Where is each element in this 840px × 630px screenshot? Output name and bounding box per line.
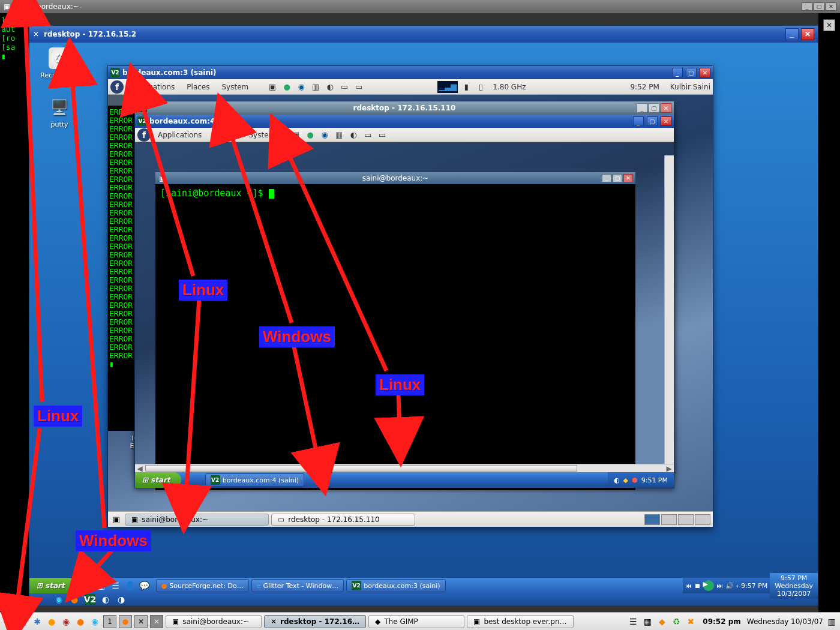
ql-icon[interactable]: 🖥 — [82, 580, 92, 591]
media-play-icon[interactable]: ▶ — [703, 580, 714, 591]
panel-icon[interactable]: ▥ — [333, 129, 345, 141]
fedora-icon[interactable]: f — [110, 80, 124, 94]
tray-icon[interactable]: ◆ — [623, 476, 628, 484]
ql-icon[interactable]: ☰ — [110, 580, 121, 591]
system-menu[interactable]: System — [217, 83, 253, 91]
taskbar-task[interactable]: e Glitter Text - Window… — [251, 579, 344, 592]
xp-desktop-1[interactable]: ♻ Recycle Bin 🖥️ putty V2 bordeaux.com:3… — [29, 43, 818, 578]
maximize-button[interactable]: ▢ — [647, 116, 658, 126]
ql-icon[interactable]: 👤 — [125, 580, 136, 591]
globe-icon[interactable]: ● — [281, 81, 293, 93]
panel-clock[interactable]: 9:52 PM — [630, 83, 659, 91]
launcher-icon[interactable]: ◉ — [89, 616, 101, 628]
taskbar-task[interactable]: V2 bordeaux.com:4 (saini) — [205, 473, 304, 487]
tray-icon[interactable]: ◐ — [100, 594, 111, 605]
browser-icon[interactable]: ◉ — [319, 129, 331, 141]
panel-user[interactable]: Kulbir Saini — [670, 83, 710, 91]
globe-icon[interactable]: ● — [304, 129, 316, 141]
workspace[interactable] — [695, 514, 710, 525]
vnc2-titlebar[interactable]: V2 bordeaux.com:4 (saini) _ ▢ ✕ — [135, 115, 674, 128]
tray-icon[interactable]: ⬢ — [632, 476, 638, 484]
close-button[interactable]: ✕ — [661, 103, 671, 113]
start-button[interactable]: ⊞ start — [29, 578, 76, 593]
media-prev-icon[interactable]: ⏮ — [685, 582, 692, 590]
browser-icon[interactable]: ◉ — [295, 81, 307, 93]
panel-icon[interactable]: ▣ — [290, 129, 302, 141]
panel-icon[interactable]: ▭ — [338, 81, 350, 93]
launcher-icon[interactable]: ● — [74, 616, 86, 628]
firefox-icon[interactable]: ● — [69, 594, 80, 605]
media-next-icon[interactable]: ⏭ — [716, 582, 723, 590]
panel-icon[interactable]: ◐ — [324, 81, 336, 93]
taskbar-task[interactable]: ▭ rdesktop - 172.16.15.110 — [271, 514, 415, 526]
minimize-button[interactable]: _ — [785, 28, 799, 40]
places-menu[interactable]: Places — [182, 83, 214, 91]
show-desktop-icon[interactable]: ▣ — [110, 514, 122, 526]
pager-x[interactable]: ✕ — [134, 615, 148, 628]
start-button[interactable]: ⊞ start — [135, 472, 181, 488]
pager-x[interactable]: ✕ — [150, 615, 163, 628]
pager-firefox[interactable]: ● — [119, 615, 132, 628]
tray-time[interactable]: 9:51 PM — [641, 476, 668, 484]
taskbar-task[interactable]: ● SourceForge.net: Do… — [156, 579, 249, 592]
media-stop-icon[interactable]: ⏹ — [694, 582, 701, 590]
rdesktop2-titlebar[interactable]: rdesktop - 172.16.15.110 _ ▢ ✕ — [135, 101, 674, 115]
workspace[interactable] — [661, 514, 677, 525]
putty-shortcut[interactable]: 🖥️ putty — [35, 97, 83, 128]
tray-icon[interactable]: ☰ — [627, 616, 639, 628]
tray-icon[interactable]: ♻ — [670, 616, 682, 628]
tray-icon[interactable]: ▦ — [641, 616, 653, 628]
launcher-icon[interactable]: ▣ — [17, 616, 29, 628]
tray-time[interactable]: 09:52 pm — [703, 617, 740, 626]
side-close-button[interactable]: ✕ — [823, 19, 835, 31]
inner-terminal-body[interactable]: [saini@bordeaux ~]$ — [155, 184, 635, 490]
tray-time[interactable]: 9:57 PM — [741, 582, 767, 590]
tray-icon[interactable]: ◉ — [53, 594, 64, 605]
applications-menu[interactable]: Applications — [153, 131, 206, 139]
panel-icon[interactable]: ▭ — [353, 81, 365, 93]
minimize-button[interactable]: _ — [633, 116, 644, 126]
cpu-graph-icon[interactable]: ▁▃▆ — [437, 81, 458, 93]
system-menu[interactable]: System — [244, 131, 280, 139]
tray-date[interactable]: Wednesday 10/03/07 — [747, 617, 823, 626]
tray-icon[interactable]: ✖ — [685, 616, 697, 628]
rdesktop1-titlebar[interactable]: ✕ rdesktop - 172.16.15.2 _ ✕ — [29, 26, 818, 43]
taskbar-task[interactable]: ▣ saini@bordeaux:~ — [125, 514, 269, 526]
launcher-icon[interactable]: ✸ — [2, 616, 14, 628]
maximize-button[interactable]: ▢ — [649, 103, 659, 113]
taskbar-task[interactable]: ✕ rdesktop - 172.16… — [264, 615, 366, 628]
pager[interactable]: 1 — [103, 615, 116, 628]
tray-icon[interactable]: ◐ — [614, 476, 620, 484]
outer-window-titlebar[interactable]: ▣ saini@bordeaux:~ _ ▢ ✕ — [0, 0, 840, 13]
ac-icon[interactable]: ▯ — [475, 81, 487, 93]
taskbar-task[interactable]: ▣ best desktop ever.pn… — [467, 615, 574, 628]
places-menu[interactable]: Places — [209, 131, 241, 139]
launcher-icon[interactable]: ● — [46, 616, 58, 628]
applications-menu[interactable]: Applications — [126, 83, 179, 91]
scroll-thumb[interactable] — [145, 465, 577, 472]
close-button[interactable]: ✕ — [623, 174, 633, 182]
tray-icon[interactable]: ◑ — [116, 594, 127, 605]
ql-icon[interactable]: 💬 — [139, 580, 150, 591]
inner-terminal-titlebar[interactable]: ▣ saini@bordeaux:~ _ ▢ ✕ — [155, 172, 635, 184]
fedora-icon[interactable]: f — [137, 128, 151, 142]
close-button[interactable]: ✕ — [801, 28, 814, 40]
panel-icon[interactable]: ▥ — [310, 81, 322, 93]
scroll-left-button[interactable]: ◀ — [135, 464, 145, 472]
maximize-button[interactable]: ▢ — [613, 174, 622, 182]
chevron-icon[interactable]: ‹ — [736, 582, 739, 590]
launcher-icon[interactable]: ◉ — [60, 616, 72, 628]
minimize-button[interactable]: _ — [802, 2, 812, 11]
scroll-right-button[interactable]: ▶ — [664, 464, 674, 472]
vertical-scrollbar[interactable] — [664, 155, 674, 466]
tray-icon[interactable]: ▥ — [826, 616, 838, 628]
close-button[interactable]: ✕ — [826, 2, 836, 11]
workspace-switcher[interactable] — [643, 514, 710, 525]
minimize-button[interactable]: _ — [672, 68, 683, 77]
media-vol-icon[interactable]: 🔊 — [725, 582, 734, 590]
panel-icon[interactable]: ▭ — [376, 129, 388, 141]
taskbar-task[interactable]: V2 bordeaux.com:3 (saini) — [346, 579, 445, 592]
ql-icon[interactable]: ▥ — [96, 580, 107, 591]
minimize-button[interactable]: _ — [637, 103, 647, 113]
taskbar-task[interactable]: ▣ saini@bordeaux:~ — [166, 615, 262, 628]
